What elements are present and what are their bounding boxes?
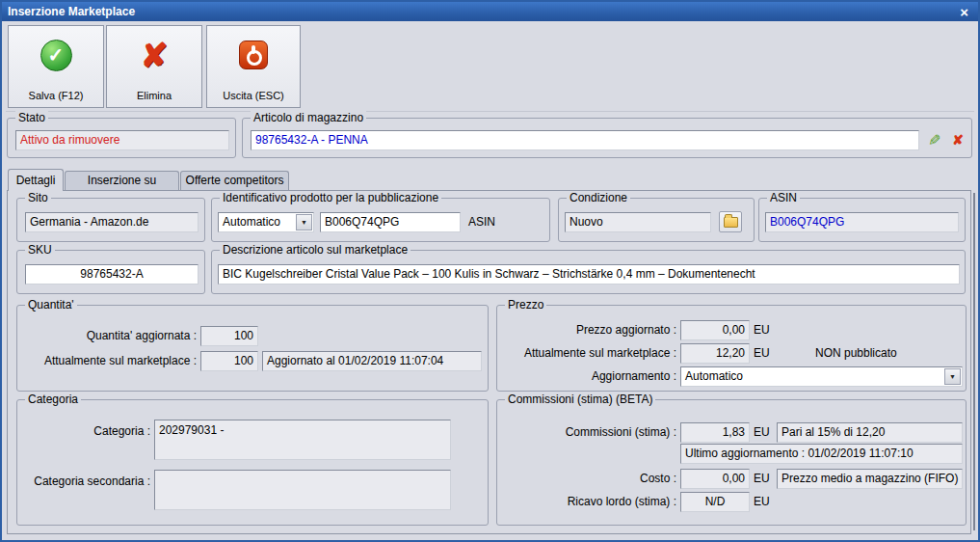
- costo-label: Costo :: [503, 469, 676, 488]
- sito-group-label: Sito: [25, 191, 51, 205]
- sku-groupbox: SKU 98765432-A: [16, 250, 205, 294]
- identificativo-type-dropdown[interactable]: Automatico ▼: [218, 212, 314, 232]
- condizione-browse-button[interactable]: [719, 211, 742, 232]
- commissioni-info: Pari al 15% di 12,20: [777, 422, 963, 443]
- categoria-label: Categoria :: [23, 421, 150, 441]
- prezzo-groupbox: Prezzo Prezzo aggiornato : 0,00 EU Attua…: [496, 305, 967, 392]
- quantita-aggiornata-field: 100: [200, 326, 258, 346]
- sku-field[interactable]: 98765432-A: [25, 264, 199, 285]
- identificativo-code-input[interactable]: B006Q74QPG: [320, 212, 461, 232]
- exit-button[interactable]: Uscita (ESC): [206, 25, 301, 108]
- prezzo-aggiornato-label: Prezzo aggiornato :: [503, 320, 676, 339]
- prezzo-marketplace-field: 12,20: [680, 343, 750, 364]
- ricavo-label: Ricavo lordo (stima) :: [503, 492, 676, 511]
- commissioni-field: 1,83: [680, 422, 750, 443]
- pencil-icon: ✎: [928, 131, 940, 149]
- stato-groupbox: Stato Attivo da rimuovere: [7, 118, 236, 158]
- categoria-group-label: Categoria: [25, 393, 81, 407]
- condizione-groupbox: Condizione Nuovo: [558, 198, 755, 242]
- ultimo-aggiornamento-info: Ultimo aggiornamento : 01/02/2019 11:07:…: [680, 444, 963, 464]
- delete-button-label: Elimina: [137, 90, 172, 107]
- commissioni-groupbox: Commissioni (stima) (BETA) Commissioni (…: [496, 399, 967, 526]
- edit-article-button[interactable]: ✎: [925, 129, 944, 150]
- identificativo-groupbox: Identificativo prodotto per la pubblicaz…: [211, 198, 550, 242]
- prezzo-aggiornato-currency: EU: [754, 320, 770, 339]
- prezzo-group-label: Prezzo: [505, 298, 546, 312]
- delete-x-icon: ✘: [141, 36, 169, 74]
- aggiornamento-dropdown[interactable]: Automatico ▼: [680, 366, 963, 387]
- quantita-groupbox: Quantita' Quantita' aggiornata : 100 Att…: [16, 305, 489, 392]
- tab-dettagli[interactable]: Dettagli: [8, 169, 64, 191]
- delete-button[interactable]: ✘ Elimina: [106, 25, 202, 108]
- articolo-group-label: Articolo di magazzino: [251, 111, 366, 125]
- save-button[interactable]: ✓ Salva (F12): [8, 25, 104, 108]
- identificativo-group-label: Identificativo prodotto per la pubblicaz…: [220, 191, 441, 205]
- non-pubblicato-status: NON pubblicato: [815, 343, 897, 363]
- title-bar[interactable]: Inserzione Marketplace ×: [2, 2, 978, 21]
- tab-offerte-competitors[interactable]: Offerte competitors: [180, 171, 289, 190]
- commissioni-currency: EU: [754, 422, 770, 442]
- aggiornamento-value: Automatico: [685, 369, 743, 383]
- quantita-update-info: Aggiornato al 01/02/2019 11:07:04: [262, 351, 482, 371]
- sito-groupbox: Sito Germania - Amazon.de: [16, 198, 205, 242]
- articolo-groupbox: Articolo di magazzino 98765432-A - PENNA…: [242, 118, 972, 158]
- asin-groupbox: ASIN B006Q74QPG: [758, 198, 966, 242]
- costo-info: Prezzo medio a magazzino (FIFO): [777, 469, 963, 489]
- quantita-marketplace-field: 100: [200, 351, 258, 371]
- chevron-down-icon: ▼: [944, 368, 961, 385]
- prezzo-aggiornato-field: 0,00: [680, 320, 750, 340]
- condizione-group-label: Condizione: [567, 191, 630, 205]
- descrizione-field[interactable]: BIC Kugelschreiber Cristal Value Pack – …: [218, 264, 960, 285]
- commissioni-label: Commissioni (stima) :: [503, 422, 676, 442]
- folder-icon: [724, 217, 738, 228]
- costo-currency: EU: [754, 469, 770, 488]
- sku-group-label: SKU: [25, 243, 55, 257]
- categoria-field: 202979031 -: [154, 420, 451, 460]
- descrizione-group-label: Descrizione articolo sul marketplace: [220, 243, 411, 257]
- window-title: Inserzione Marketplace: [8, 5, 135, 18]
- condizione-field: Nuovo: [565, 212, 711, 232]
- ricavo-currency: EU: [754, 492, 770, 511]
- categoria-groupbox: Categoria Categoria : 202979031 - Catego…: [16, 399, 489, 526]
- exit-button-label: Uscita (ESC): [223, 90, 284, 107]
- close-button[interactable]: ×: [956, 5, 972, 19]
- chevron-down-icon: ▼: [296, 214, 312, 230]
- articolo-field[interactable]: 98765432-A - PENNA: [251, 130, 919, 150]
- identificativo-type-value: Automatico: [223, 215, 280, 229]
- quantita-group-label: Quantita': [25, 298, 77, 312]
- commissioni-group-label: Commissioni (stima) (BETA): [505, 393, 655, 407]
- save-button-label: Salva (F12): [29, 90, 84, 107]
- panel-right-divider: [973, 193, 975, 530]
- asin-group-label: ASIN: [767, 191, 800, 205]
- categoria-secondaria-label: Categoria secondaria :: [23, 472, 150, 491]
- clear-article-button[interactable]: ✘: [948, 129, 967, 150]
- power-icon: [239, 36, 268, 74]
- aggiornamento-label: Aggiornamento :: [503, 366, 676, 386]
- inserzione-marketplace-window: Inserzione Marketplace × ✓ Salva (F12) ✘…: [0, 0, 980, 542]
- ricavo-field: N/D: [680, 492, 750, 512]
- stato-field: Attivo da rimuovere: [15, 130, 229, 150]
- quantita-marketplace-label: Attualmente sul marketplace :: [23, 351, 197, 370]
- details-panel: Sito Germania - Amazon.de Identificativo…: [7, 190, 971, 534]
- tab-inserzione-amazon[interactable]: Inserzione su Amazon: [65, 171, 179, 190]
- clear-x-icon: ✘: [952, 132, 964, 148]
- sito-field: Germania - Amazon.de: [25, 212, 199, 232]
- prezzo-marketplace-label: Attualmente sul marketplace :: [503, 343, 676, 363]
- categoria-secondaria-field: [154, 470, 451, 510]
- save-check-icon: ✓: [40, 36, 72, 74]
- asin-suffix-label: ASIN: [468, 212, 495, 231]
- stato-group-label: Stato: [15, 111, 48, 125]
- quantita-aggiornata-label: Quantita' aggiornata :: [23, 326, 197, 345]
- descrizione-groupbox: Descrizione articolo sul marketplace BIC…: [211, 250, 966, 294]
- asin-field: B006Q74QPG: [765, 212, 959, 232]
- costo-field: 0,00: [680, 469, 750, 489]
- prezzo-marketplace-currency: EU: [754, 343, 770, 363]
